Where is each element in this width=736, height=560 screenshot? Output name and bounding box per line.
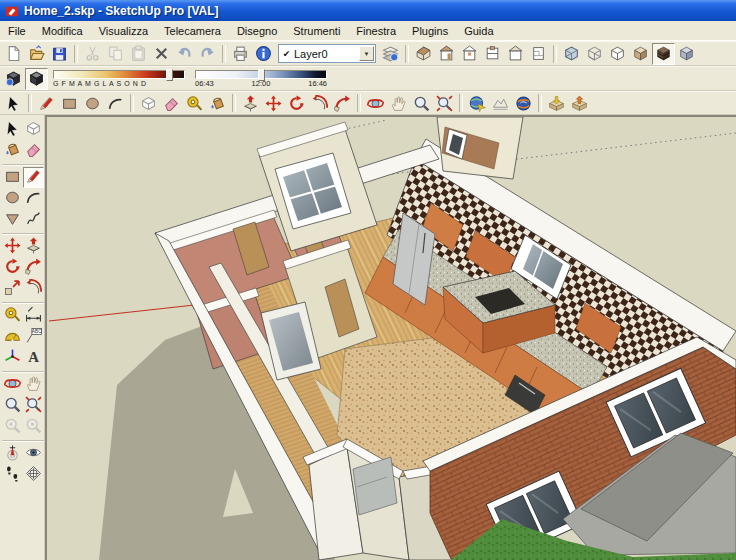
- menu-visualizza[interactable]: Visualizza: [91, 24, 156, 38]
- follow-me-button[interactable]: [331, 92, 354, 114]
- model-info-button[interactable]: [252, 43, 275, 65]
- model-viewport[interactable]: [45, 115, 736, 560]
- polygon-button[interactable]: [2, 209, 23, 230]
- select-button[interactable]: [2, 92, 25, 114]
- paint-bucket-icon: [209, 95, 226, 112]
- rectangle-button[interactable]: [2, 167, 23, 188]
- open-button[interactable]: [25, 43, 48, 65]
- freehand-button[interactable]: [23, 209, 44, 230]
- menu-file[interactable]: File: [0, 24, 34, 38]
- layers-dropdown-arrow[interactable]: ▼: [359, 46, 374, 61]
- zoom-button[interactable]: [410, 92, 433, 114]
- save-button[interactable]: [48, 43, 71, 65]
- protractor-button[interactable]: [2, 326, 23, 347]
- section-plane-button[interactable]: [23, 464, 44, 485]
- eraser-button[interactable]: [23, 140, 44, 161]
- scale-button[interactable]: [2, 278, 23, 299]
- titlebar[interactable]: Home_2.skp - SketchUp Pro [VAL]: [0, 0, 736, 21]
- delete-button[interactable]: [150, 43, 173, 65]
- print-button[interactable]: [229, 43, 252, 65]
- shadow-settings-button[interactable]: [2, 68, 25, 90]
- hidden-line-button[interactable]: [606, 43, 629, 65]
- time-slider-bar[interactable]: [195, 70, 327, 79]
- tape-measure-button[interactable]: [2, 305, 23, 326]
- xray-button[interactable]: [560, 43, 583, 65]
- new-button[interactable]: [2, 43, 25, 65]
- menu-disegno[interactable]: Disegno: [229, 24, 285, 38]
- walk-button[interactable]: [2, 464, 23, 485]
- line-button[interactable]: [35, 92, 58, 114]
- push-pull-button[interactable]: [23, 236, 44, 257]
- 3d-text-button[interactable]: A: [23, 347, 44, 368]
- rotate-button[interactable]: [285, 92, 308, 114]
- shadow-date-slider[interactable]: G F M A M G L A S O N D: [53, 70, 185, 88]
- line-button[interactable]: [23, 167, 44, 188]
- menu-plugins[interactable]: Plugins: [404, 24, 456, 38]
- shaded-textures-button[interactable]: [652, 43, 675, 65]
- circle-button[interactable]: [2, 188, 23, 209]
- toolbar-separator: [130, 94, 134, 112]
- zoom-button[interactable]: [2, 395, 23, 416]
- shaded-button[interactable]: [629, 43, 652, 65]
- pan-button[interactable]: [23, 374, 44, 395]
- eraser-button[interactable]: [160, 92, 183, 114]
- layer-manager-button[interactable]: [379, 43, 402, 65]
- view-front-button[interactable]: [458, 43, 481, 65]
- zoom-extents-button[interactable]: [23, 395, 44, 416]
- push-pull-button[interactable]: [239, 92, 262, 114]
- zoom-extents-button[interactable]: [433, 92, 456, 114]
- make-component-button[interactable]: [23, 119, 44, 140]
- share-model-button[interactable]: [568, 92, 591, 114]
- offset-button[interactable]: [23, 278, 44, 299]
- menu-finestra[interactable]: Finestra: [348, 24, 404, 38]
- move-button[interactable]: [262, 92, 285, 114]
- date-slider-handle[interactable]: [166, 69, 173, 81]
- palette-group: [2, 117, 44, 164]
- offset-button[interactable]: [308, 92, 331, 114]
- rotate-icon: [4, 258, 21, 278]
- move-button[interactable]: [2, 236, 23, 257]
- pan-button[interactable]: [387, 92, 410, 114]
- dimension-button[interactable]: [23, 305, 44, 326]
- view-back-button[interactable]: [504, 43, 527, 65]
- paint-bucket-button[interactable]: [2, 140, 23, 161]
- arc-button[interactable]: [104, 92, 127, 114]
- paint-bucket-button[interactable]: [206, 92, 229, 114]
- toggle-terrain-button[interactable]: [489, 92, 512, 114]
- text-button[interactable]: ABC: [23, 326, 44, 347]
- orbit-button[interactable]: [2, 374, 23, 395]
- select-button[interactable]: [2, 119, 23, 140]
- shadow-time-slider[interactable]: 06:43 12:00 16:46: [195, 70, 327, 88]
- arc-button[interactable]: [23, 188, 44, 209]
- view-plan-button[interactable]: [527, 43, 550, 65]
- get-models-button[interactable]: [545, 92, 568, 114]
- view-iso-button[interactable]: [412, 43, 435, 65]
- look-around-button[interactable]: [23, 443, 44, 464]
- position-camera-button[interactable]: [2, 443, 23, 464]
- make-component-button[interactable]: [137, 92, 160, 114]
- tape-measure-button[interactable]: [183, 92, 206, 114]
- orbit-button[interactable]: [364, 92, 387, 114]
- date-slider-bar[interactable]: [53, 70, 185, 79]
- menu-guida[interactable]: Guida: [456, 24, 501, 38]
- monochrome-button[interactable]: [675, 43, 698, 65]
- rectangle-button[interactable]: [58, 92, 81, 114]
- shadow-toggle-button[interactable]: [25, 68, 48, 90]
- follow-me-button[interactable]: [23, 257, 44, 278]
- wireframe-button[interactable]: [583, 43, 606, 65]
- view-top-button[interactable]: [481, 43, 504, 65]
- axes-button[interactable]: [2, 347, 23, 368]
- circle-button[interactable]: [81, 92, 104, 114]
- palette-group: [2, 164, 44, 233]
- menu-modifica[interactable]: Modifica: [34, 24, 91, 38]
- get-current-view-button[interactable]: [466, 92, 489, 114]
- redo-button[interactable]: [196, 43, 219, 65]
- google-earth-button[interactable]: [512, 92, 535, 114]
- menu-telecamera[interactable]: Telecamera: [156, 24, 229, 38]
- menu-strumenti[interactable]: Strumenti: [285, 24, 348, 38]
- rotate-button[interactable]: [2, 257, 23, 278]
- layers-dropdown[interactable]: ✔ Layer0 ▼: [278, 44, 376, 63]
- undo-button[interactable]: [173, 43, 196, 65]
- time-slider-handle[interactable]: [258, 69, 265, 81]
- view-left-button[interactable]: [435, 43, 458, 65]
